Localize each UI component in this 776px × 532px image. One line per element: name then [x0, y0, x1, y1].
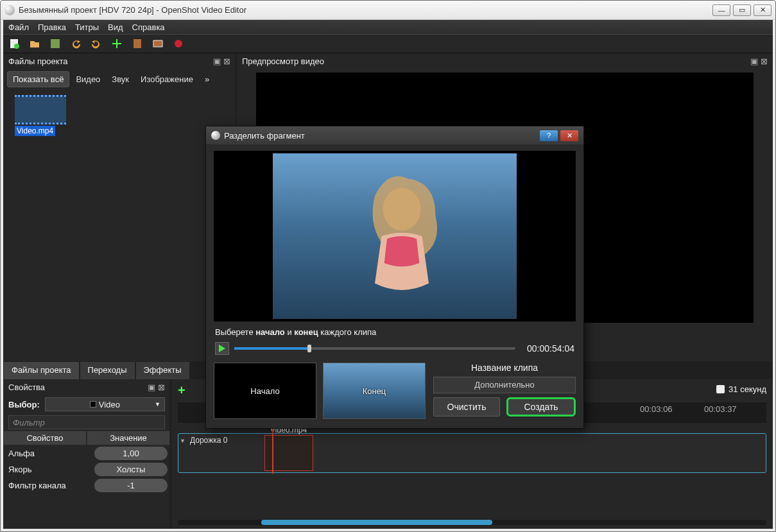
filter-video[interactable]: Видео — [71, 72, 105, 87]
svg-rect-3 — [134, 39, 141, 48]
thumbnail-image — [15, 95, 66, 124]
timeline-scrollbar[interactable] — [178, 520, 766, 525]
menu-view[interactable]: Вид — [108, 22, 123, 32]
dialog-preview — [214, 151, 576, 322]
film-icon[interactable] — [132, 38, 143, 49]
dialog-play-button[interactable] — [215, 342, 229, 355]
prop-name: Якорь — [3, 461, 92, 477]
filter-all[interactable]: Показать всё — [7, 71, 69, 87]
col-property: Свойство — [3, 431, 87, 445]
dialog-icon — [211, 131, 220, 140]
prop-value[interactable]: Холсты — [94, 463, 168, 476]
add-icon[interactable] — [111, 38, 123, 49]
timeline-seconds: 31 секунд — [716, 384, 766, 394]
redo-icon[interactable] — [91, 38, 102, 49]
project-files-pane: Файлы проекта▣⊠ Показать всё Видео Звук … — [3, 53, 236, 361]
project-files-title: Файлы проекта — [8, 56, 68, 66]
create-button[interactable]: Создать — [506, 397, 576, 416]
svg-point-1 — [14, 44, 19, 49]
tab-effects[interactable]: Эффекты — [135, 361, 190, 379]
close-pane-icon[interactable]: ⊠ — [158, 382, 165, 392]
filter-input[interactable]: Фильтр — [8, 415, 165, 429]
svg-rect-2 — [51, 39, 60, 48]
col-value: Значение — [87, 431, 170, 445]
undock-icon[interactable]: ▣ — [148, 382, 155, 392]
svg-rect-4 — [153, 40, 162, 47]
choice-combo[interactable]: Video▼ — [45, 397, 165, 411]
dialog-title: Разделить фрагмент — [224, 131, 305, 141]
playhead[interactable] — [272, 422, 273, 474]
properties-title: Свойства — [8, 382, 45, 392]
undock-icon[interactable]: ▣ — [750, 56, 758, 66]
menu-file[interactable]: Файл — [8, 22, 29, 32]
toolbar — [3, 34, 773, 53]
minimize-button[interactable]: — — [712, 4, 730, 16]
titlebar: Безымянный проект [HDV 720 24p] - OpenSh… — [1, 1, 775, 20]
new-project-icon[interactable] — [8, 38, 20, 49]
dialog-close-button[interactable]: ✕ — [560, 130, 578, 141]
timeline-track[interactable]: ▼ Дорожка 0 Video.mp4 — [178, 433, 766, 473]
file-thumbnail[interactable]: Video.mp4 — [15, 95, 66, 136]
seconds-checkbox[interactable] — [716, 385, 725, 393]
prop-name: Альфа — [3, 445, 92, 461]
lower-tabs: Файлы проекта Переходы Эффекты — [3, 361, 170, 379]
prop-name: Фильтр канала — [3, 477, 92, 493]
undock-icon[interactable]: ▣ — [213, 56, 221, 66]
end-thumbnail[interactable]: Конец — [323, 363, 426, 419]
split-dialog: Разделить фрагмент ? ✕ Выберете начало и… — [205, 126, 584, 429]
preview-title: Предпросмотр видео — [242, 56, 324, 66]
properties-pane: Свойства▣⊠ Выбор: Video▼ Фильтр Свойство… — [3, 379, 170, 529]
filter-more[interactable]: » — [200, 72, 214, 87]
save-project-icon[interactable] — [49, 38, 61, 49]
menu-help[interactable]: Справка — [132, 22, 165, 32]
start-thumbnail[interactable]: Начало — [214, 363, 316, 419]
close-pane-icon[interactable]: ⊠ — [761, 56, 768, 66]
maximize-button[interactable]: ▭ — [733, 4, 751, 16]
svg-point-5 — [175, 40, 182, 47]
tab-project-files[interactable]: Файлы проекта — [3, 361, 80, 379]
layout-icon[interactable] — [152, 38, 164, 49]
undo-icon[interactable] — [70, 38, 82, 49]
person-figure — [334, 169, 469, 304]
menu-edit[interactable]: Правка — [38, 22, 66, 32]
dialog-instructions: Выберете начало и конец каждого клипа — [214, 322, 576, 342]
dialog-help-button[interactable]: ? — [540, 130, 558, 141]
tab-transitions[interactable]: Переходы — [80, 361, 135, 379]
dialog-preview-image — [273, 153, 517, 319]
clear-button[interactable]: Очистить — [433, 397, 500, 416]
dialog-titlebar[interactable]: Разделить фрагмент ? ✕ — [206, 126, 583, 144]
advanced-button[interactable]: Дополнительно — [433, 377, 576, 393]
record-icon[interactable] — [173, 38, 184, 49]
add-track-icon[interactable]: + — [178, 383, 185, 398]
prop-value[interactable]: -1 — [94, 479, 168, 492]
close-button[interactable]: ✕ — [754, 4, 772, 16]
track-collapse-icon[interactable]: ▼ — [180, 438, 185, 444]
menu-titles[interactable]: Титры — [75, 22, 99, 32]
dialog-slider[interactable] — [234, 347, 515, 350]
clip-name-label: Название клипа — [433, 363, 576, 373]
close-pane-icon[interactable]: ⊠ — [223, 56, 230, 66]
track-name: Дорожка 0 — [190, 436, 227, 445]
window-title: Безымянный проект [HDV 720 24p] - OpenSh… — [19, 5, 246, 15]
filter-audio[interactable]: Звук — [107, 72, 134, 87]
file-name: Video.mp4 — [15, 126, 55, 136]
filter-image[interactable]: Изображение — [135, 72, 198, 87]
menubar: Файл Правка Титры Вид Справка — [3, 20, 773, 34]
prop-value[interactable]: 1,00 — [94, 447, 168, 460]
dialog-timecode: 00:00:54:04 — [527, 343, 574, 354]
choice-label: Выбор: — [8, 400, 40, 409]
open-project-icon[interactable] — [29, 38, 40, 49]
app-icon — [4, 5, 15, 15]
